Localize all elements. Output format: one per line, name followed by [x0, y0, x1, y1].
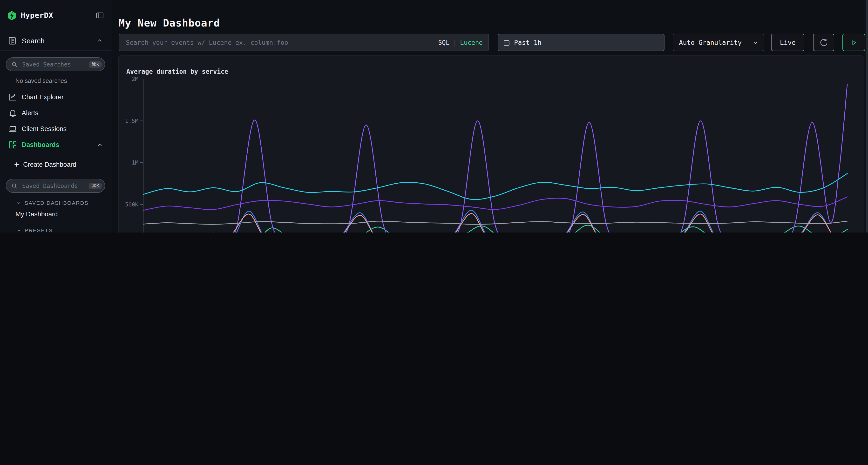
search-icon: [11, 182, 18, 189]
sidebar-item-dashboards[interactable]: Dashboards: [0, 137, 111, 153]
line-chart-icon: [8, 93, 18, 102]
granularity-select[interactable]: Auto Granularity: [673, 34, 764, 51]
saved-searches-input[interactable]: ⌘K: [6, 57, 105, 71]
sidebar-item-client-sessions[interactable]: Client Sessions: [0, 121, 111, 137]
create-dashboard-button[interactable]: Create Dashboard: [0, 157, 111, 172]
sidebar-item-alerts[interactable]: Alerts: [0, 105, 111, 121]
svg-text:1.5M: 1.5M: [125, 118, 138, 124]
no-saved-searches-text: No saved searches: [16, 77, 111, 84]
time-range-picker[interactable]: Past 1h: [498, 34, 664, 51]
group-presets[interactable]: PRESETS: [0, 225, 111, 232]
hyperdx-logo-icon: [7, 10, 17, 21]
avg-duration-chart[interactable]: 0500K1M1.5M2MAug 4 3:04:00 PM3:12:00 PM3…: [119, 56, 864, 232]
search-section-icon: [8, 36, 17, 45]
play-button[interactable]: [842, 34, 865, 51]
shortcut-badge: ⌘K: [89, 61, 102, 68]
saved-dashboards-input[interactable]: ⌘K: [6, 179, 105, 193]
group-saved-dashboards[interactable]: SAVED DASHBOARDS: [0, 198, 111, 208]
refresh-icon: [819, 38, 828, 47]
toggle-divider: |: [453, 39, 457, 46]
sidebar-header: HyperDX: [0, 0, 111, 31]
chevron-up-icon[interactable]: [96, 141, 103, 148]
svg-text:2M: 2M: [132, 76, 138, 82]
dashboard-grid-icon: [8, 140, 18, 150]
chart-panel-avg-duration: Average duration by service 0500K1M1.5M2…: [118, 56, 864, 232]
sidebar-item-chart-explorer[interactable]: Chart Explorer: [0, 89, 111, 105]
query-language-toggle: SQL | Lucene: [438, 34, 483, 51]
refresh-button[interactable]: [813, 34, 834, 51]
collapse-sidebar-icon[interactable]: [95, 11, 104, 20]
search-icon: [11, 61, 18, 68]
search-section-label: Search: [22, 36, 44, 44]
sidebar-section-search[interactable]: Search: [0, 31, 111, 51]
lucene-toggle[interactable]: Lucene: [460, 39, 483, 46]
event-search-box[interactable]: SQL | Lucene: [119, 34, 489, 51]
shortcut-badge: ⌘K: [89, 182, 102, 189]
app-title: HyperDX: [21, 11, 53, 20]
play-icon: [850, 38, 858, 46]
chevron-down-icon: [16, 227, 22, 232]
page-scrollbar[interactable]: [866, 0, 868, 232]
svg-text:500K: 500K: [125, 201, 138, 208]
chevron-up-icon[interactable]: [96, 37, 103, 44]
saved-dashboards-field[interactable]: [21, 182, 89, 190]
event-search-input[interactable]: [125, 38, 435, 46]
main-content: My New Dashboard SQL | Lucene Past 1h Au…: [112, 0, 866, 232]
calendar-icon: [503, 39, 510, 46]
chevron-down-icon: [16, 200, 22, 206]
sidebar-item-my-dashboard[interactable]: My Dashboard: [0, 208, 111, 220]
sidebar: HyperDX Search ⌘K No saved searches: [0, 0, 112, 232]
app-window: HyperDX Search ⌘K No saved searches: [0, 0, 868, 232]
svg-text:1M: 1M: [132, 160, 138, 166]
sidebar-nav: Chart Explorer Alerts Client Sessions Da…: [0, 89, 111, 153]
saved-searches-field[interactable]: [21, 61, 89, 68]
plus-icon: [13, 161, 20, 167]
time-range-value: Past 1h: [514, 38, 541, 46]
live-button[interactable]: Live: [771, 34, 804, 51]
bell-icon: [8, 108, 18, 118]
laptop-icon: [8, 124, 18, 133]
page-title: My New Dashboard: [119, 18, 220, 29]
sql-toggle[interactable]: SQL: [438, 39, 450, 46]
chevron-down-icon: [752, 39, 759, 46]
